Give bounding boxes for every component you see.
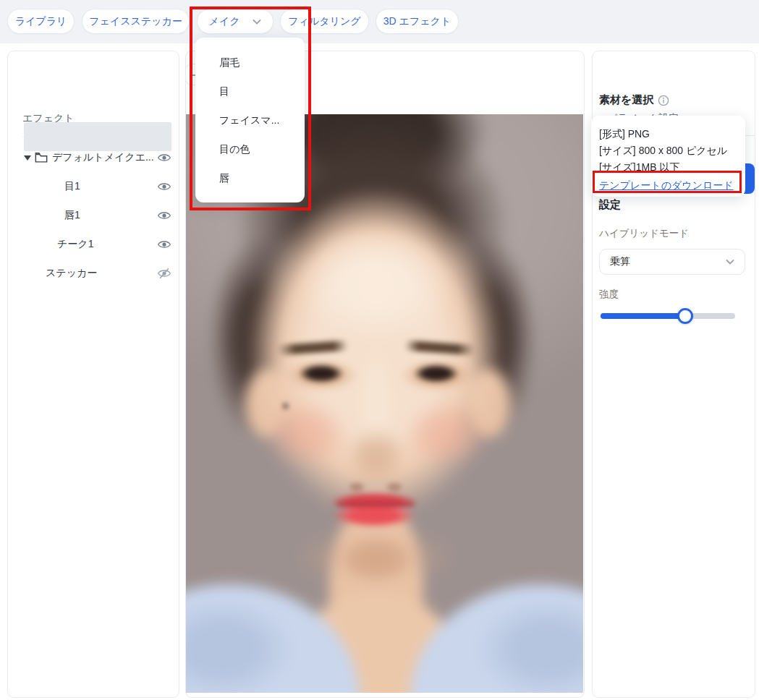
dropdown-item-lips[interactable]: 唇 xyxy=(195,163,305,192)
strength-slider[interactable] xyxy=(601,313,735,319)
collapse-triangle-icon[interactable] xyxy=(24,155,31,161)
layer-label: チーク1 xyxy=(57,238,157,251)
makeup-dropdown-menu: 眉毛 目 フェイスマ... 目の色 唇 xyxy=(195,38,305,202)
tooltip-format-line: [形式] PNG xyxy=(599,126,745,142)
tooltip-filesize-line: [サイズ]1MB 以下 xyxy=(599,159,745,176)
effect-3d-button[interactable]: 3D エフェクト xyxy=(376,9,459,34)
hybrid-mode-select[interactable]: 乗算 xyxy=(599,249,745,275)
library-button[interactable]: ライブラリ xyxy=(7,9,75,34)
effect-3d-button-label: 3D エフェクト xyxy=(383,15,451,28)
visibility-eye-off-icon[interactable] xyxy=(157,266,171,281)
filter-button[interactable]: フィルタリング xyxy=(280,9,369,34)
layer-row-eyes1[interactable]: 目1 xyxy=(24,172,171,201)
dropdown-item-eyes[interactable]: 目 xyxy=(195,77,305,106)
app-window: ライブラリ フェイスステッカー メイク フィルタリング 3D エフェクト エフェ… xyxy=(0,0,759,700)
makeup-button-label: メイク xyxy=(209,15,240,28)
template-download-link[interactable]: テンプレートのダウンロード xyxy=(599,176,745,195)
layer-row-default-makeup-folder[interactable]: デフォルトメイクエ... xyxy=(24,143,171,172)
material-select-heading-label: 素材を選択 xyxy=(599,93,653,107)
settings-heading: 設定 xyxy=(599,198,621,212)
makeup-button[interactable]: メイク xyxy=(197,9,274,34)
material-select-heading: 素材を選択 xyxy=(599,93,669,107)
folder-icon xyxy=(35,152,48,163)
layer-row-sticker[interactable]: ステッカー xyxy=(24,259,171,288)
layer-label: デフォルトメイクエ... xyxy=(52,151,157,164)
dropdown-item-eye-color[interactable]: 目の色 xyxy=(195,135,305,163)
top-toolbar: ライブラリ フェイスステッカー メイク フィルタリング 3D エフェクト xyxy=(0,0,759,43)
hybrid-mode-value: 乗算 xyxy=(610,255,726,268)
library-button-label: ライブラリ xyxy=(15,15,67,28)
info-icon[interactable] xyxy=(658,95,669,106)
dropdown-item-eyebrows[interactable]: 眉毛 xyxy=(195,48,305,77)
layer-label: 目1 xyxy=(64,180,157,193)
strength-label: 強度 xyxy=(599,288,619,301)
visibility-eye-icon[interactable] xyxy=(157,237,171,252)
hybrid-mode-label: ハイブリッドモード xyxy=(599,227,689,240)
visibility-eye-icon[interactable] xyxy=(157,150,171,165)
material-spec-tooltip: [形式] PNG [サイズ] 800 x 800 ピクセル [サイズ]1MB 以… xyxy=(591,116,745,197)
layer-row-lips1[interactable]: 唇1 xyxy=(24,201,171,230)
filter-button-label: フィルタリング xyxy=(288,15,360,28)
visibility-eye-icon[interactable] xyxy=(157,208,171,223)
visibility-eye-icon[interactable] xyxy=(157,179,171,194)
tooltip-size-line: [サイズ] 800 x 800 ピクセル xyxy=(599,142,745,159)
layer-row-cheek1[interactable]: チーク1 xyxy=(24,230,171,259)
layer-label: 唇1 xyxy=(64,209,157,222)
dropdown-item-face-mask[interactable]: フェイスマ... xyxy=(195,106,305,135)
face-sticker-button[interactable]: フェイスステッカー xyxy=(82,9,190,34)
settings-heading-label: 設定 xyxy=(599,198,621,212)
chevron-down-icon xyxy=(726,259,734,265)
face-sticker-button-label: フェイスステッカー xyxy=(89,15,182,28)
chevron-down-icon xyxy=(253,19,261,25)
strength-slider-fill xyxy=(601,313,685,319)
effects-layers-panel: エフェクト デフォルトメイクエ... 目1 唇1 xyxy=(7,51,179,698)
strength-slider-thumb[interactable] xyxy=(677,308,693,324)
layer-label: ステッカー xyxy=(46,267,157,280)
